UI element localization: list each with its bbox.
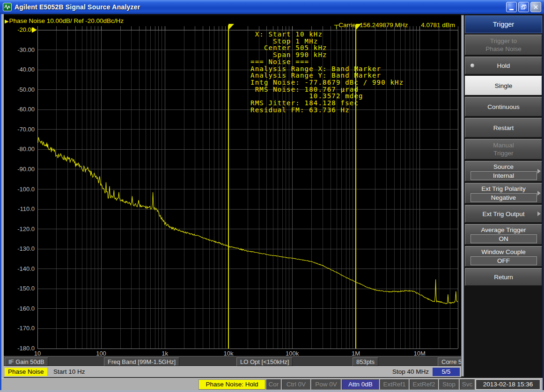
submenu-arrow-icon [537, 191, 541, 196]
status-bar: Phase Noise: Hold Cor Ctrl 0V Pow 0V Att… [1, 378, 543, 390]
softkey-menu: Trigger Trigger to Phase Noise Hold Sing… [461, 14, 543, 378]
status-stop: Stop [439, 379, 459, 390]
sweep-start-readout: Start 10 Hz [53, 368, 85, 376]
window-frame-left [0, 14, 4, 390]
measurement-bar: Phase Noise Start 10 Hz Stop 40 MHz 5/5 [4, 366, 514, 377]
if-gain-readout: IF Gain 50dB [5, 357, 48, 366]
status-clock: 2013-02-18 15:36 [476, 379, 540, 390]
window-frame-bottom [0, 390, 544, 392]
menu-button-ext-trig-polarity[interactable]: Ext Trig Polarity Negative [465, 183, 542, 203]
points-readout: 853pts [353, 357, 378, 366]
selected-dot-icon [470, 64, 474, 67]
source-value: Internal [470, 171, 537, 180]
ext-trig-polarity-value: Negative [470, 193, 537, 202]
sweep-stop-readout: Stop 40 MHz [374, 368, 429, 376]
window-couple-value: OFF [470, 256, 537, 265]
menu-button-source[interactable]: Source Internal [465, 161, 542, 181]
freq-band-readout: Freq Band [99M-1.5GHz] [104, 357, 179, 366]
menu-column: Trigger Trigger to Phase Noise Hold Sing… [465, 15, 542, 286]
title-bar: Agilent E5052B Signal Source Analyzer ✕ [0, 0, 544, 14]
average-trigger-value: ON [470, 234, 537, 243]
menu-button-restart[interactable]: Restart [465, 118, 542, 138]
submenu-arrow-icon [537, 169, 541, 174]
menu-button-manual-trigger[interactable]: Manual Trigger [465, 139, 542, 160]
window-title: Agilent E5052B Signal Source Analyzer [15, 3, 505, 11]
menu-button-return[interactable]: Return [465, 268, 542, 286]
menu-button-average-trigger[interactable]: Average Trigger ON [465, 224, 542, 245]
setup-detail-bar: IF Gain 50dB Freq Band [99M-1.5GHz] LO O… [4, 356, 514, 366]
menu-header: Trigger [465, 15, 542, 33]
menu-scroll-strip[interactable] [461, 15, 464, 377]
noise-analysis-readout: X: Start 10 kHz Stop 1 MHz Center 505 kH… [250, 31, 404, 113]
menu-button-trigger-to-phase-noise[interactable]: Trigger to Phase Noise [465, 35, 542, 55]
menu-button-single[interactable]: Single [465, 76, 542, 95]
status-measurement-state: Phase Noise: Hold [198, 379, 265, 390]
close-icon: ✕ [533, 4, 538, 10]
status-cor: Cor [266, 379, 281, 390]
status-bar-filler [2, 379, 198, 390]
status-attenuator: Attn 0dB [342, 379, 379, 390]
menu-button-ext-trig-output[interactable]: Ext Trig Output [465, 205, 542, 223]
status-ctrl: Ctrl 0V [282, 379, 310, 390]
status-pow: Pow 0V [311, 379, 341, 390]
instrument-screen: ▶Phase Noise 10.00dB/ Ref -20.00dBc/Hz ┬… [4, 15, 461, 356]
lo-opt-readout: LO Opt [<150kHz] [236, 357, 293, 366]
status-svc: Svc [460, 379, 475, 390]
menu-button-hold[interactable]: Hold [465, 57, 542, 74]
restore-button[interactable] [518, 2, 529, 12]
menu-button-continuous[interactable]: Continuous [465, 97, 542, 116]
close-button[interactable]: ✕ [530, 2, 541, 12]
page-indicator[interactable]: 5/5 [433, 368, 460, 376]
minimize-button[interactable] [506, 2, 517, 12]
status-extref1: ExtRef1 [380, 379, 409, 390]
app-icon [3, 3, 12, 11]
menu-button-window-couple[interactable]: Window Couple OFF [465, 246, 542, 267]
submenu-arrow-icon [537, 211, 541, 216]
restore-icon [521, 5, 526, 9]
measurement-mode-badge: Phase Noise [5, 368, 47, 376]
ref-level-marker-icon [32, 27, 37, 33]
minimize-icon [509, 9, 514, 10]
status-extref2: ExtRef2 [410, 379, 438, 390]
